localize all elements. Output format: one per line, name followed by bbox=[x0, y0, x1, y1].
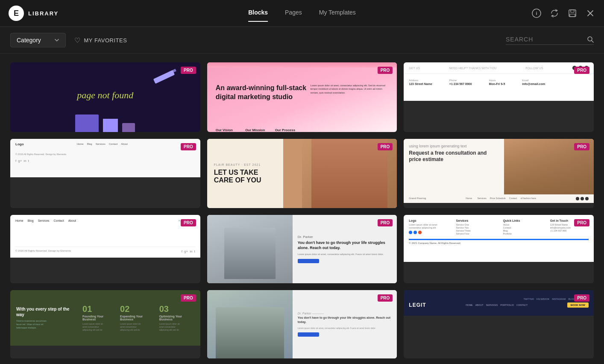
template-item-12[interactable]: TWITTERFACEBOOKINSTAGRAMBLOGCONTACT LEGI… bbox=[404, 290, 594, 358]
pro-badge-5: PRO bbox=[378, 143, 393, 150]
header-actions: i bbox=[531, 8, 595, 18]
template-item-3[interactable]: GET US NEED HELP? THANKS WITH YOU FOLLOW… bbox=[404, 62, 594, 132]
tab-pages[interactable]: Pages bbox=[285, 9, 302, 18]
thumb-3-contact: Address 123 Street Name Phone +1 234 567… bbox=[404, 74, 594, 91]
svg-rect-4 bbox=[570, 14, 575, 17]
template-item-1[interactable]: page not found Return Home → PRO bbox=[10, 62, 200, 132]
header: E LIBRARY Blocks Pages My Templates i bbox=[0, 0, 604, 27]
tab-blocks[interactable]: Blocks bbox=[248, 9, 268, 18]
thumb-6-top: HomeBlogServicesContactAbout + 44-641 1*… bbox=[15, 219, 195, 222]
thumb-12: TWITTERFACEBOOKINSTAGRAMBLOGCONTACT LEGI… bbox=[404, 290, 594, 316]
search-area bbox=[506, 36, 594, 45]
template-grid: page not found Return Home → PRO An awar… bbox=[0, 54, 604, 364]
svg-text:i: i bbox=[536, 11, 537, 16]
thumb-8-left: With you every step of the way Viverra m… bbox=[16, 306, 76, 330]
category-dropdown[interactable]: Category bbox=[10, 33, 66, 47]
template-item-4[interactable]: Logo HomeBlogServicesContactAbout + 44-6… bbox=[10, 139, 200, 208]
favorites-label: MY FAVORITES bbox=[84, 37, 127, 44]
thumb-9-bottom: © 2021 Company Name. All Rights Reserved… bbox=[409, 239, 589, 244]
toolbar: Category ♡ MY FAVORITES bbox=[0, 27, 604, 54]
template-item-6[interactable]: using lorem ipsum generating text Reques… bbox=[404, 139, 594, 208]
pro-badge-12: PRO bbox=[574, 294, 589, 302]
template-item-7[interactable]: HomeBlogServicesContactAbout + 44-641 1*… bbox=[10, 215, 200, 283]
thumb-2-bottom: Our Vision Lorem ipsum dolor sitconsecte… bbox=[216, 128, 389, 132]
thumb-2-body-text: Lorem ipsum dolor sit amet, consectetur … bbox=[311, 84, 390, 94]
nav-tabs: Blocks Pages My Templates bbox=[248, 9, 356, 18]
thumb-6-bottom: © 2016 All Rights Reserved. Design by El… bbox=[15, 247, 195, 253]
pro-badge-9: PRO bbox=[574, 219, 589, 226]
template-item-2[interactable]: An award-winning full-stack digital mark… bbox=[207, 62, 397, 132]
pro-badge-7: PRO bbox=[181, 219, 196, 226]
template-item-9[interactable]: Logo Lorem ipsum dolor sit amet consecte… bbox=[404, 215, 594, 283]
pro-badge-10: PRO bbox=[181, 294, 196, 302]
refresh-icon[interactable] bbox=[549, 8, 560, 18]
pro-badge-8: PRO bbox=[378, 219, 393, 226]
thumb-9-top: Logo Lorem ipsum dolor sit amet consecte… bbox=[409, 219, 589, 235]
template-item-5[interactable]: FLAIR BEAUTY · EST 2021 LET US TAKE CARE… bbox=[207, 139, 397, 208]
favorites-button[interactable]: ♡ MY FAVORITES bbox=[74, 36, 127, 44]
thumb-4-nav: Logo HomeBlogServicesContactAbout + 44-6… bbox=[10, 139, 200, 150]
info-icon[interactable]: i bbox=[531, 8, 542, 18]
thumb-1-title: page not found bbox=[77, 90, 133, 101]
thumb-8-steps: 01 Founding Your Business Lorem ipsum do… bbox=[82, 305, 194, 332]
pro-badge-6: PRO bbox=[574, 143, 589, 150]
illustration-shapes bbox=[75, 114, 135, 132]
logo-area: E LIBRARY bbox=[9, 6, 94, 21]
close-icon[interactable] bbox=[585, 8, 595, 18]
logo-icon: E bbox=[9, 6, 24, 21]
pro-badge-4: PRO bbox=[181, 143, 196, 150]
search-input[interactable] bbox=[506, 36, 583, 43]
thumb-7-bottom: Grand Flooring Home ServicesPrice Schedu… bbox=[404, 194, 594, 203]
category-label: Category bbox=[17, 37, 41, 44]
svg-rect-3 bbox=[571, 10, 574, 12]
search-icon[interactable] bbox=[587, 36, 594, 43]
pro-badge-11: PRO bbox=[378, 294, 393, 302]
thumb-11: Dr. Parker ———— You don't have to go thr… bbox=[207, 290, 397, 358]
svg-line-8 bbox=[592, 41, 593, 42]
template-item-8[interactable]: Dr. Parker You don't have to go through … bbox=[207, 215, 397, 283]
save-icon[interactable] bbox=[567, 8, 578, 18]
thumb-7-content: using lorem ipsum generating text Reques… bbox=[404, 139, 594, 194]
pro-badge-2: PRO bbox=[378, 67, 393, 74]
pro-badge-3: PRO bbox=[574, 67, 589, 74]
thumb-5-hero: FLAIR BEAUTY · EST 2021 LET US TAKE CARE… bbox=[207, 139, 397, 208]
template-item-10[interactable]: With you every step of the way Viverra m… bbox=[10, 290, 200, 358]
thumb-2-title: An award-winning full-stack digital mark… bbox=[216, 84, 311, 102]
template-item-11[interactable]: Dr. Parker ———— You don't have to go thr… bbox=[207, 290, 397, 358]
chevron-down-icon bbox=[54, 38, 59, 43]
thumb-3-nav: GET US NEED HELP? THANKS WITH YOU FOLLOW… bbox=[404, 62, 594, 74]
heart-icon: ♡ bbox=[74, 36, 81, 44]
pro-badge-1: PRO bbox=[181, 67, 196, 74]
tab-my-templates[interactable]: My Templates bbox=[319, 9, 356, 18]
thumb-10-hero: Dr. Parker You don't have to go through … bbox=[207, 215, 397, 283]
logo-text: LIBRARY bbox=[28, 10, 59, 17]
